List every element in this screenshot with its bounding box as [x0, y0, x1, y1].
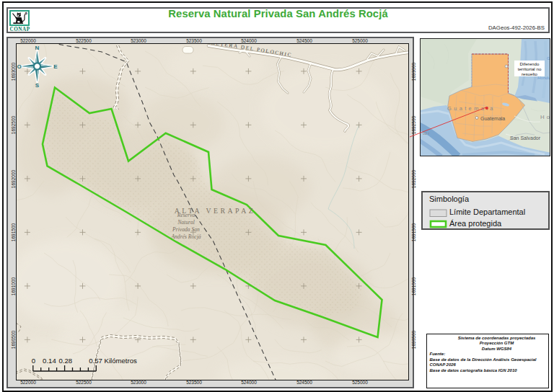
svg-text:San Salvador: San Salvador [510, 135, 541, 141]
svg-text:0: 0 [32, 357, 35, 365]
svg-text:Natural: Natural [177, 219, 195, 226]
svg-text:Andrés Rocjá: Andrés Rocjá [170, 233, 201, 240]
svg-text:02 r: 02 r [423, 131, 430, 135]
svg-text:O: O [17, 63, 22, 70]
svg-text:Privada San: Privada San [172, 226, 200, 233]
svg-text:S: S [35, 82, 40, 89]
svg-text:N: N [35, 45, 40, 51]
svg-text:Diferendo: Diferendo [520, 61, 540, 66]
svg-text:R: R [25, 12, 27, 15]
svg-text:0.57: 0.57 [89, 357, 102, 365]
svg-text:E: E [53, 63, 58, 70]
svg-text:G: G [547, 56, 550, 61]
svg-text:Guatemala: Guatemala [480, 116, 505, 121]
svg-text:Ho: Ho [540, 114, 550, 120]
svg-text:Kilómetros: Kilómetros [105, 357, 138, 365]
svg-text:0.28: 0.28 [58, 357, 72, 365]
svg-text:resuelto: resuelto [522, 71, 538, 76]
svg-text:territorial no: territorial no [518, 66, 542, 71]
svg-text:0.14: 0.14 [43, 357, 56, 365]
svg-text:Reserva: Reserva [177, 212, 195, 218]
